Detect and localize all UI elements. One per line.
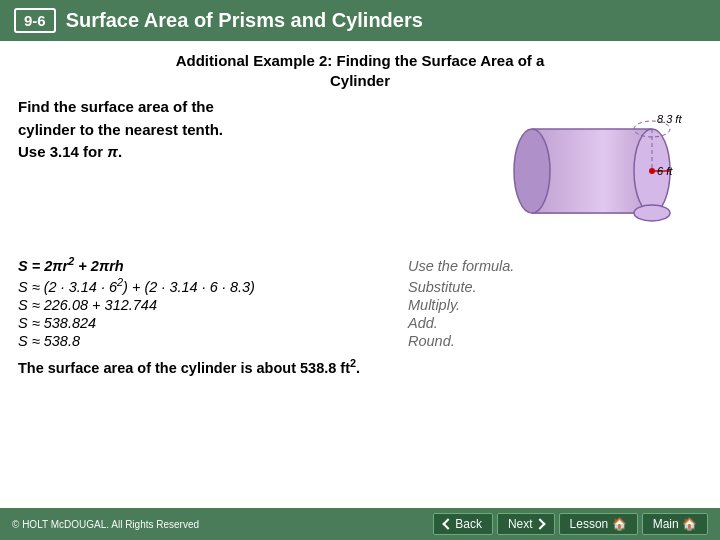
step-1: S = 2πr2 + 2πrh Use the formula. [18,255,702,274]
step-3: S ≈ 226.08 + 312.744 Multiply. [18,297,702,313]
back-arrow-icon [443,518,454,529]
header-badge: 9-6 [14,8,56,33]
problem-text: Find the surface area of the cylinder to… [18,96,492,164]
main-content: Additional Example 2: Finding the Surfac… [0,41,720,381]
step-4: S ≈ 538.824 Add. [18,315,702,331]
next-arrow-icon [534,518,545,529]
lesson-button[interactable]: Lesson 🏠 [559,513,638,535]
formula-section: S = 2πr2 + 2πrh Use the formula. S ≈ (2 … [18,255,702,349]
footer: © HOLT McDOUGAL. All Rights Reserved Bac… [0,508,720,540]
next-button[interactable]: Next [497,513,555,535]
header-title: Surface Area of Prisms and Cylinders [66,9,423,32]
svg-point-13 [634,205,670,221]
step-5: S ≈ 538.8 Round. [18,333,702,349]
copyright-text: © HOLT McDOUGAL. All Rights Reserved [12,519,199,530]
conclusion-text: The surface area of the cylinder is abou… [18,357,702,376]
cylinder-diagram: 8.3 ft 6 ft [502,101,702,245]
main-button[interactable]: Main 🏠 [642,513,708,535]
svg-text:6 ft: 6 ft [657,165,673,177]
content-row: Find the surface area of the cylinder to… [18,96,702,245]
step-2: S ≈ (2 · 3.14 · 62) + (2 · 3.14 · 6 · 8.… [18,276,702,295]
header-bar: 9-6 Surface Area of Prisms and Cylinders [0,0,720,41]
svg-text:8.3 ft: 8.3 ft [657,113,682,125]
back-button[interactable]: Back [433,513,493,535]
footer-buttons: Back Next Lesson 🏠 Main 🏠 [433,513,708,535]
example-title: Additional Example 2: Finding the Surfac… [18,51,702,90]
